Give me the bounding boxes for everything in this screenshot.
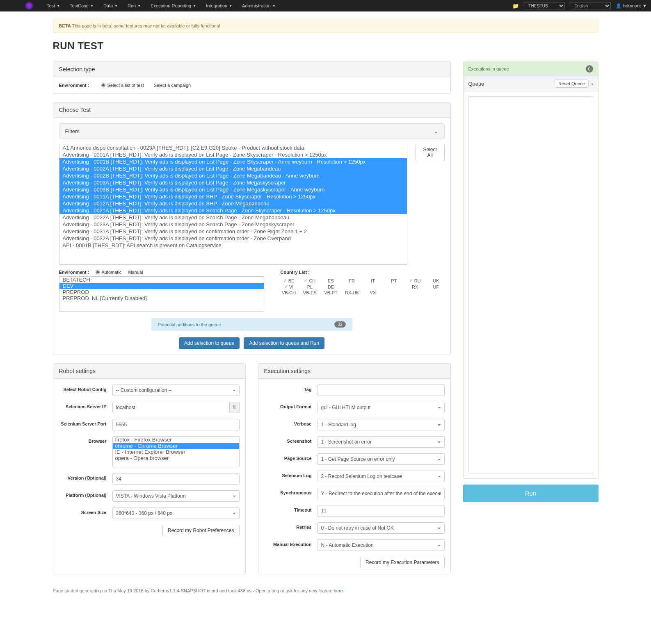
app-logo[interactable] <box>25 1 34 10</box>
add-to-queue-and-run-button[interactable]: Add selection to queue and Run <box>244 337 324 349</box>
country-vb-es[interactable]: VB-ES <box>302 290 318 295</box>
country-ru[interactable]: ✓RU <box>407 278 423 283</box>
test-option[interactable]: API - 0001B [THES_RDT]: API search is pr… <box>59 242 407 249</box>
chevron-right-icon[interactable]: › <box>591 81 593 87</box>
browser-option[interactable]: opera - Opera browser <box>113 455 239 461</box>
tag-label: Tag <box>264 385 318 392</box>
test-option[interactable]: Advertising - 0002B [THES_RDT]: Verify a… <box>59 172 407 179</box>
output-format-select[interactable]: gui - GUI HTLM output <box>318 402 445 413</box>
radio-label: Select a campaign <box>154 83 191 88</box>
run-button[interactable]: Run <box>463 485 598 502</box>
browser-listbox[interactable]: firefox - Firefox Browserchrome - Chrome… <box>112 436 240 467</box>
country-ch[interactable]: ✓CH <box>302 278 318 283</box>
beta-label: BETA <box>59 23 71 28</box>
test-option[interactable]: Advertising - 0003A [THES_RDT]: Verify a… <box>59 179 407 186</box>
country-it[interactable]: IT <box>365 278 381 283</box>
selenium-port-input[interactable] <box>112 419 240 430</box>
radio-select-campaign[interactable]: Select a campaign <box>154 83 191 88</box>
test-option[interactable]: Advertising - 0031A [THES_RDT]: Verify a… <box>59 228 407 235</box>
test-option[interactable]: Advertising - 0002A [THES_RDT]: Verify a… <box>59 165 407 172</box>
test-listbox[interactable]: A1 Annonce dispo consultation - 0023A [T… <box>59 144 407 265</box>
country-pt[interactable]: PT <box>386 278 402 283</box>
nav-item-administration[interactable]: Administration▼ <box>237 3 281 8</box>
country-es[interactable]: ES <box>322 278 339 283</box>
robot-settings-header: Robot settings <box>53 364 245 379</box>
robot-config-select[interactable]: -- Custom configuration -- <box>112 385 240 396</box>
user-menu[interactable]: 👤 bdumont ▼ <box>616 3 647 9</box>
nav-item-execution-reporting[interactable]: Execution Reporting▼ <box>146 3 201 8</box>
system-select[interactable]: THESEUS <box>524 2 565 9</box>
country-vb-ch[interactable]: VB-CH <box>281 290 297 295</box>
country-vb-pt[interactable]: VB-PT <box>322 290 339 295</box>
queue-head1-label: Executions in queue <box>468 66 509 71</box>
synchronous-select[interactable]: Y - Redirect to the execution after the … <box>318 488 445 499</box>
country-rx[interactable]: RX <box>407 284 423 289</box>
select-all-button[interactable]: Select All <box>416 144 445 161</box>
env-option[interactable]: PREPROD_NL [Currently Disabled] <box>59 295 264 301</box>
page-source-select[interactable]: 1 - Get Page Source on error only <box>318 453 445 465</box>
country-vi[interactable]: ✓VI <box>281 284 297 289</box>
test-option[interactable]: Advertising - 0001A [THES_RDT]: Verify a… <box>59 151 407 158</box>
record-exec-params-button[interactable]: Record my Execution Parameters <box>360 557 444 568</box>
country-dx-uk[interactable]: DX-UK <box>343 290 360 295</box>
country-uf[interactable]: UF <box>427 284 444 289</box>
test-option[interactable]: Advertising - 0022A [THES_RDT]: Verify a… <box>59 214 407 221</box>
selenium-ip-input[interactable] <box>112 402 230 413</box>
test-option[interactable]: Advertising - 0003B [THES_RDT]: Verify a… <box>59 186 407 193</box>
timeout-input[interactable] <box>318 505 445 517</box>
environment-listbox[interactable]: BETATECHDEVPREPRODPREPROD_NL [Currently … <box>59 276 264 312</box>
radio-select-list[interactable]: Select a list of test <box>101 83 144 88</box>
env-option[interactable]: DEV <box>59 283 264 289</box>
selenium-log-select[interactable]: 2 - Record Selenium Log on testcase <box>318 471 445 482</box>
footer-link[interactable]: here <box>334 588 343 593</box>
manual-execution-select[interactable]: N - Automatic Execution <box>318 539 445 551</box>
env-option[interactable]: BETATECH <box>59 277 264 283</box>
country-be[interactable]: ✓BE <box>281 278 297 283</box>
radio-label: Automatic <box>101 270 121 275</box>
test-option[interactable]: Advertising - 0001B [THES_RDT]: Verify a… <box>59 158 407 165</box>
nav-item-testcase[interactable]: TestCase▼ <box>65 3 98 8</box>
radio-manual[interactable]: Manual <box>128 270 143 275</box>
verbose-select[interactable]: 1 - Standard log <box>318 419 445 430</box>
record-robot-prefs-button[interactable]: Record my Robot Preferences <box>162 525 239 536</box>
robot-config-label: Select Robot Config <box>59 385 112 392</box>
country-vx[interactable]: VX <box>365 290 381 295</box>
browser-option[interactable]: IE - Internet Explorer Browser <box>113 449 239 455</box>
add-to-queue-button[interactable]: Add selection to queue <box>179 337 240 349</box>
screenshot-select[interactable]: 1 - Screenshot on error <box>318 436 445 448</box>
country-de[interactable]: DE <box>322 284 339 289</box>
potential-additions: Potential additions to the queue 32 <box>151 318 352 331</box>
nav-item-test[interactable]: Test▼ <box>42 3 65 8</box>
env-option[interactable]: PREPROD <box>59 289 264 295</box>
nav-item-integration[interactable]: Integration▼ <box>201 3 237 8</box>
selenium-log-label: Selenium Log <box>264 471 318 478</box>
execution-settings-header: Execution settings <box>258 364 450 379</box>
browser-option[interactable]: firefox - Firefox Browser <box>113 437 239 443</box>
language-select[interactable]: English <box>570 2 611 9</box>
test-option[interactable]: Advertising - 0012A [THES_RDT]: Verify a… <box>59 200 407 207</box>
radio-label: Manual <box>128 270 143 275</box>
caret-icon: ▼ <box>642 3 647 8</box>
navbar: Test▼TestCase▼Data▼Run▼Execution Reporti… <box>0 0 651 11</box>
browser-option[interactable]: chrome - Chrome Browser <box>113 443 239 449</box>
country-pl[interactable]: PL <box>302 284 318 289</box>
platform-select[interactable]: VISTA - Windows Vista Platform <box>112 490 240 502</box>
test-option[interactable]: Advertising - 0021A [THES_RDT]: Verify a… <box>59 207 407 214</box>
test-option[interactable]: A1 Annonce dispo consultation - 0023A [T… <box>59 144 407 151</box>
verbose-label: Verbose <box>264 419 318 426</box>
nav-item-run[interactable]: Run▼ <box>123 3 146 8</box>
tag-input[interactable] <box>318 385 445 396</box>
retries-select[interactable]: 0 - Do not retry in case of Not OK <box>318 522 445 534</box>
nav-item-data[interactable]: Data▼ <box>98 3 123 8</box>
test-option[interactable]: Advertising - 0023A [THES_RDT]: Verify a… <box>59 221 407 228</box>
test-option[interactable]: Advertising - 0011A [THES_RDT]: Verify a… <box>59 193 407 200</box>
country-fr[interactable]: FR <box>343 278 360 283</box>
reset-queue-button[interactable]: Reset Queue <box>555 80 589 88</box>
screen-size-select[interactable]: 360*640 - 360 px / 640 px <box>112 507 240 519</box>
version-input[interactable] <box>112 473 240 485</box>
filters-toggle[interactable]: Filters ⌄ <box>59 124 444 139</box>
country-uk[interactable]: UK <box>427 278 444 283</box>
folder-icon[interactable]: 📁 <box>512 3 519 9</box>
radio-automatic[interactable]: Automatic <box>96 270 121 275</box>
test-option[interactable]: Advertising - 0032A [THES_RDT]: Verify a… <box>59 235 407 242</box>
